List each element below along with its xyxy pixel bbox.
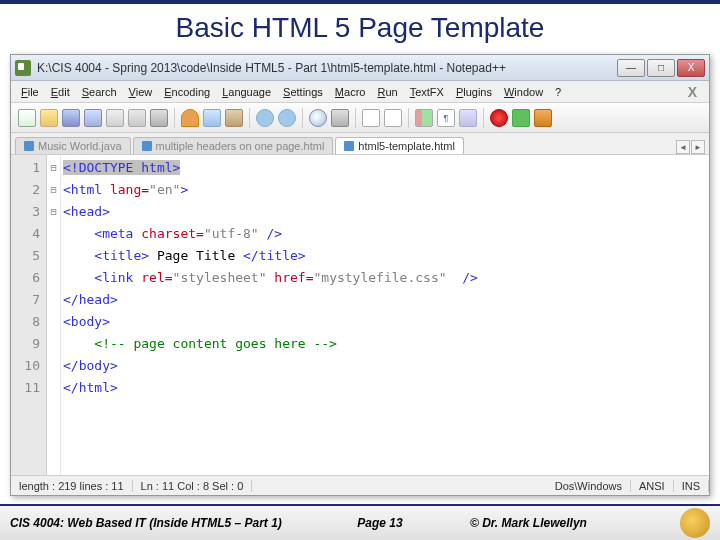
replace-icon[interactable]	[331, 109, 349, 127]
undo-icon[interactable]	[256, 109, 274, 127]
status-mode: INS	[674, 480, 709, 492]
menubar: File Edit Search View Encoding Language …	[11, 81, 709, 103]
code-area[interactable]: <!DOCTYPE html><html lang="en"><head> <m…	[61, 155, 709, 475]
menu-edit[interactable]: Edit	[45, 84, 76, 100]
separator	[249, 108, 250, 128]
status-length: length : 219 lines : 11	[11, 480, 133, 492]
titlebar: K:\CIS 4004 - Spring 2013\code\Inside HT…	[11, 55, 709, 81]
minimize-button[interactable]: —	[617, 59, 645, 77]
separator	[483, 108, 484, 128]
indent-guide-icon[interactable]	[459, 109, 477, 127]
app-icon	[15, 60, 31, 76]
show-chars-icon[interactable]: ¶	[437, 109, 455, 127]
file-icon	[142, 141, 152, 151]
menu-window[interactable]: Window	[498, 84, 549, 100]
tab-multiple-headers[interactable]: multiple headers on one page.html	[133, 137, 334, 154]
menu-language[interactable]: Language	[216, 84, 277, 100]
menu-settings[interactable]: Settings	[277, 84, 329, 100]
save-all-icon[interactable]	[84, 109, 102, 127]
status-encoding: ANSI	[631, 480, 674, 492]
find-icon[interactable]	[309, 109, 327, 127]
tab-label: html5-template.html	[358, 140, 455, 152]
ucf-logo-icon	[680, 508, 710, 538]
separator	[408, 108, 409, 128]
cut-icon[interactable]	[181, 109, 199, 127]
menu-close-x[interactable]: X	[680, 84, 705, 100]
menu-run[interactable]: Run	[371, 84, 403, 100]
window-title: K:\CIS 4004 - Spring 2013\code\Inside HT…	[37, 61, 617, 75]
notepad-window: K:\CIS 4004 - Spring 2013\code\Inside HT…	[10, 54, 710, 496]
record-macro-icon[interactable]	[490, 109, 508, 127]
close-all-icon[interactable]	[128, 109, 146, 127]
paste-icon[interactable]	[225, 109, 243, 127]
stop-macro-icon[interactable]	[534, 109, 552, 127]
slide-footer: CIS 4004: Web Based IT (Inside HTML5 – P…	[0, 504, 720, 540]
menu-macro[interactable]: Macro	[329, 84, 372, 100]
menu-textfx[interactable]: TextFX	[404, 84, 450, 100]
slide-title: Basic HTML 5 Page Template	[0, 4, 720, 54]
tab-html5-template[interactable]: html5-template.html	[335, 137, 464, 154]
status-position: Ln : 11 Col : 8 Sel : 0	[133, 480, 253, 492]
copy-icon[interactable]	[203, 109, 221, 127]
tab-label: Music World.java	[38, 140, 122, 152]
separator	[302, 108, 303, 128]
print-icon[interactable]	[150, 109, 168, 127]
save-icon[interactable]	[62, 109, 80, 127]
close-button[interactable]: X	[677, 59, 705, 77]
statusbar: length : 219 lines : 11 Ln : 11 Col : 8 …	[11, 475, 709, 495]
line-number-gutter: 1234567891011	[11, 155, 47, 475]
menu-encoding[interactable]: Encoding	[158, 84, 216, 100]
file-icon	[24, 141, 34, 151]
fold-gutter[interactable]: ⊟⊟⊟	[47, 155, 61, 475]
file-icon	[344, 141, 354, 151]
close-file-icon[interactable]	[106, 109, 124, 127]
footer-course: CIS 4004: Web Based IT (Inside HTML5 – P…	[10, 516, 310, 530]
tab-scroll-left-icon[interactable]: ◄	[676, 140, 690, 154]
redo-icon[interactable]	[278, 109, 296, 127]
status-eol: Dos\Windows	[547, 480, 631, 492]
zoom-in-icon[interactable]	[362, 109, 380, 127]
menu-help[interactable]: ?	[549, 84, 567, 100]
maximize-button[interactable]: □	[647, 59, 675, 77]
tab-scroll-right-icon[interactable]: ►	[691, 140, 705, 154]
new-icon[interactable]	[18, 109, 36, 127]
zoom-out-icon[interactable]	[384, 109, 402, 127]
editor[interactable]: 1234567891011 ⊟⊟⊟ <!DOCTYPE html><html l…	[11, 155, 709, 475]
tab-bar: Music World.java multiple headers on one…	[11, 133, 709, 155]
footer-copyright: © Dr. Mark Llewellyn	[450, 516, 680, 530]
word-wrap-icon[interactable]	[415, 109, 433, 127]
footer-page: Page 13	[310, 516, 450, 530]
separator	[355, 108, 356, 128]
menu-file[interactable]: File	[15, 84, 45, 100]
play-macro-icon[interactable]	[512, 109, 530, 127]
menu-search[interactable]: Search	[76, 84, 123, 100]
tab-label: multiple headers on one page.html	[156, 140, 325, 152]
open-icon[interactable]	[40, 109, 58, 127]
tab-music-world[interactable]: Music World.java	[15, 137, 131, 154]
menu-view[interactable]: View	[123, 84, 159, 100]
separator	[174, 108, 175, 128]
toolbar: ¶	[11, 103, 709, 133]
menu-plugins[interactable]: Plugins	[450, 84, 498, 100]
